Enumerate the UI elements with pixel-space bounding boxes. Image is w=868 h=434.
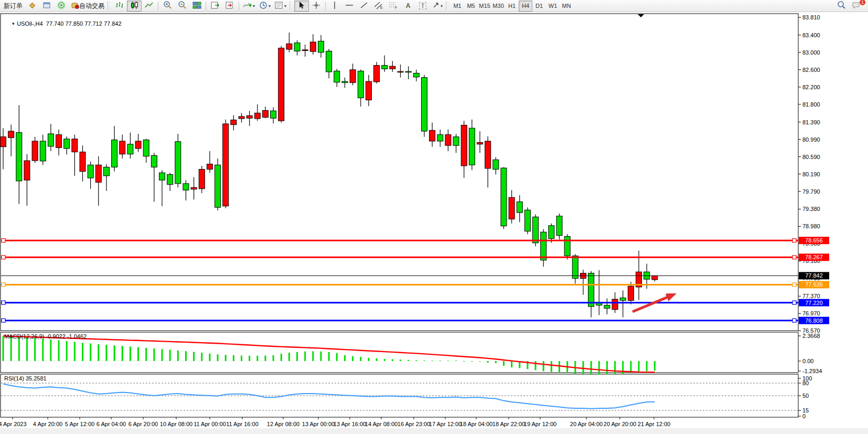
auto-scroll-button[interactable] [208, 1, 222, 12]
signals-button[interactable] [54, 1, 69, 12]
notifications-button[interactable]: 1 [849, 1, 863, 12]
macd-histogram-bar [543, 361, 544, 371]
chart-canvas[interactable]: 83.81083.40083.00082.60082.20081.80081.3… [0, 12, 868, 434]
timeframe-m5-button[interactable]: M5 [464, 1, 478, 12]
macd-histogram-bar [50, 340, 51, 361]
equidistant-channel-tool-button[interactable]: E [371, 1, 386, 12]
candle-body [199, 170, 205, 189]
chart-title-text: USOil-,H4 77.740 77.850 77.712 77.842 [17, 20, 121, 27]
template-icon [275, 1, 283, 11]
candle-body [612, 299, 618, 310]
candle-body [191, 187, 197, 189]
zoom-in-button[interactable] [160, 1, 175, 12]
crosshair-tool-button[interactable] [309, 1, 324, 12]
vertical-line-icon [331, 1, 338, 11]
macd-histogram-bar [495, 361, 497, 363]
timeframe-w1-button[interactable]: W1 [546, 1, 560, 12]
candle-body [8, 131, 14, 137]
candle-body [517, 202, 522, 213]
horizontal-line-tool-button[interactable] [342, 1, 357, 12]
crosshair-icon [312, 1, 320, 11]
macd-histogram-bar [296, 352, 298, 361]
bar-chart-mode-button[interactable] [112, 1, 127, 12]
toolbar-separator [325, 2, 326, 10]
notification-badge: 1 [859, 0, 866, 6]
line-handle[interactable] [2, 283, 5, 287]
line-handle[interactable] [2, 319, 5, 322]
zoom-out-button[interactable] [175, 1, 189, 12]
candle-body [445, 135, 451, 146]
timeframe-d1-button[interactable]: D1 [532, 1, 546, 12]
candle-body [524, 210, 530, 231]
price-tag-label: 77.220 [805, 300, 823, 306]
search-button[interactable] [834, 1, 849, 12]
new-order-button[interactable]: 新订单 [2, 1, 25, 12]
line-handle[interactable] [2, 301, 5, 304]
price-tick-label: 83.810 [802, 14, 820, 20]
toolbar-gripper[interactable] [446, 2, 448, 10]
macd-histogram-bar [591, 361, 592, 375]
macd-histogram-bar [34, 338, 36, 361]
line-handle[interactable] [792, 283, 796, 287]
candle-body [588, 273, 594, 307]
main-toolbar: 新订单 自动交易 [0, 0, 868, 12]
vertical-line-tool-button[interactable] [327, 1, 342, 12]
chart-collapse-icon[interactable]: ▼ [11, 22, 15, 26]
timeframe-m1-button[interactable]: M1 [451, 1, 464, 12]
line-handle[interactable] [792, 256, 796, 259]
chart-window: 83.81083.40083.00082.60082.20081.80081.3… [0, 12, 868, 434]
indicators-button[interactable]: ▾ [241, 1, 257, 12]
macd-histogram-bar [638, 361, 640, 372]
line-handle[interactable] [792, 239, 796, 242]
macd-histogram-bar [82, 343, 83, 361]
line-handle[interactable] [2, 239, 5, 242]
line-handle[interactable] [2, 256, 5, 259]
price-tick-label: 83.400 [802, 32, 820, 38]
line-handle[interactable] [792, 319, 796, 322]
candle-body [477, 142, 483, 144]
toolbar-gripper[interactable] [290, 2, 292, 10]
macd-axis-label: 2.3668 [802, 333, 820, 339]
text-tool-button[interactable]: A [401, 1, 415, 12]
macd-histogram-bar [654, 361, 656, 371]
tile-windows-button[interactable] [189, 1, 204, 12]
timeframe-m15-button[interactable]: M15 [478, 1, 491, 12]
terminal-button[interactable] [39, 1, 54, 12]
periods-button[interactable]: ▾ [257, 1, 273, 12]
timeframe-label: H1 [508, 3, 516, 9]
toolbar-gripper[interactable] [108, 2, 110, 10]
line-chart-mode-button[interactable] [142, 1, 156, 12]
market-depth-button[interactable] [25, 1, 39, 12]
candle-body [310, 42, 316, 51]
timeframe-mn-button[interactable]: MN [560, 1, 573, 12]
label-tool-button[interactable]: T [415, 1, 430, 12]
templates-button[interactable]: ▾ [273, 1, 288, 12]
candle-body [652, 276, 658, 280]
candlestick-mode-button[interactable] [127, 1, 142, 12]
timeframe-h4-button[interactable]: H4 [519, 1, 532, 12]
fibonacci-tool-button[interactable]: F [386, 1, 401, 12]
chart-shift-button[interactable] [222, 1, 237, 12]
macd-histogram-bar [582, 361, 584, 374]
macd-histogram-bar [273, 355, 274, 361]
macd-histogram-bar [360, 357, 361, 361]
timeframe-h1-button[interactable]: H1 [505, 1, 519, 12]
line-handle[interactable] [792, 301, 796, 304]
candle-body [461, 125, 467, 166]
cursor-tool-button[interactable] [294, 1, 309, 12]
macd-histogram-bar [74, 342, 76, 361]
candle-body [40, 141, 46, 161]
macd-histogram-bar [336, 353, 338, 361]
price-tag-label: 78.656 [805, 237, 823, 244]
macd-histogram-bar [312, 351, 314, 361]
candle-body [127, 144, 133, 154]
time-tick-label: 18 Apr 22:00 [492, 421, 525, 427]
arrows-tool-button[interactable]: ▾ [430, 1, 445, 12]
candle-body [318, 41, 324, 52]
timeframe-m30-button[interactable]: M30 [491, 1, 505, 12]
candle-body [215, 165, 221, 207]
chart-background [0, 12, 868, 434]
candle-body [159, 173, 165, 180]
autotrading-button[interactable]: 自动交易 [69, 1, 106, 12]
trendline-tool-button[interactable] [357, 1, 371, 12]
